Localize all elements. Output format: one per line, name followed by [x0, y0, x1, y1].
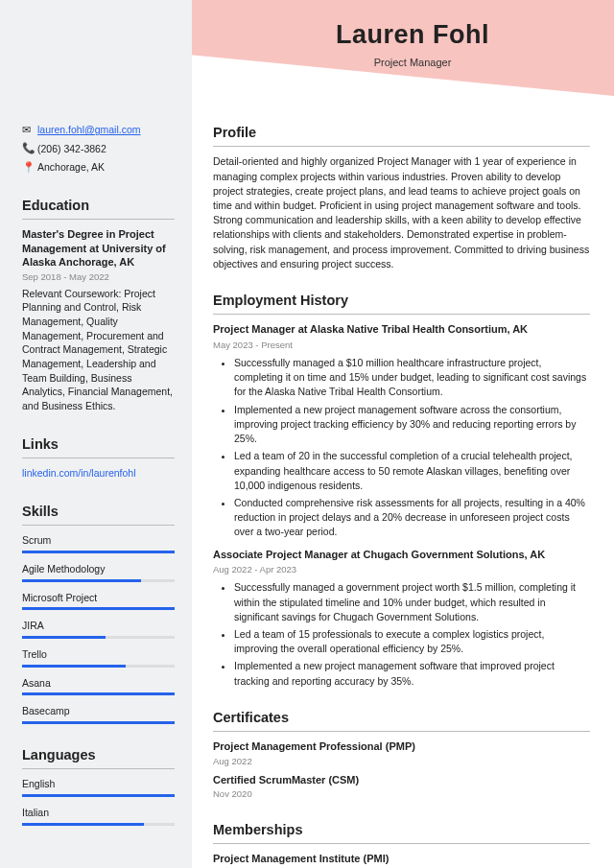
skill-item: Agile Methodology [22, 562, 175, 582]
skills-heading: Skills [22, 502, 175, 521]
skill-name: Microsoft Project [22, 591, 175, 605]
main-content: Profile Detail-oriented and highly organ… [192, 96, 614, 868]
certificate-entry: Project Management Professional (PMP)Aug… [213, 739, 590, 767]
job-dates: May 2023 - Present [213, 339, 590, 351]
divider [213, 314, 590, 315]
divider [22, 525, 175, 526]
divider [22, 219, 175, 220]
phone-text: (206) 342-3862 [37, 142, 106, 156]
skill-name: Trello [22, 647, 175, 662]
contact-location: 📍 Anchorage, AK [22, 160, 175, 175]
divider [22, 768, 175, 769]
divider [213, 731, 590, 732]
language-bar [22, 794, 175, 797]
education-dates: Sep 2018 - May 2022 [22, 270, 175, 283]
sidebar: ✉ lauren.fohl@gmail.com 📞 (206) 342-3862… [0, 0, 192, 868]
employment-heading: Employment History [213, 291, 590, 310]
job-bullet: Led a team of 15 professionals to execut… [234, 627, 590, 656]
language-item: Italian [22, 806, 175, 826]
language-name: English [22, 777, 175, 791]
location-text: Anchorage, AK [37, 160, 105, 175]
education-text: Relevant Coursework: Project Planning an… [22, 287, 175, 413]
education-heading: Education [22, 196, 175, 215]
skill-item: JIRA [22, 619, 175, 639]
email-icon: ✉ [22, 123, 37, 137]
job-bullets: Successfully managed a government projec… [213, 580, 590, 689]
education-degree: Master's Degree in Project Management at… [22, 227, 175, 269]
linkedin-link[interactable]: linkedin.com/in/laurenfohl [22, 467, 135, 479]
membership-entry: Project Management Institute (PMI) [213, 852, 590, 866]
skill-bar [22, 579, 175, 582]
divider [213, 146, 590, 147]
skill-item: Scrum [22, 533, 175, 553]
phone-icon: 📞 [22, 141, 37, 155]
language-name: Italian [22, 806, 175, 820]
job-bullet: Conducted comprehensive risk assessments… [234, 496, 590, 540]
divider [213, 843, 590, 844]
skill-bar [22, 551, 175, 553]
certificate-date: Aug 2022 [213, 755, 590, 767]
certificate-entry: Certified ScrumMaster (CSM)Nov 2020 [213, 773, 590, 801]
job-title: Project Manager at Alaska Native Tribal … [213, 322, 590, 337]
job-bullet: Implemented a new project management sof… [234, 403, 590, 447]
certificate-title: Project Management Professional (PMP) [213, 739, 590, 754]
skill-name: Scrum [22, 533, 175, 548]
email-link[interactable]: lauren.fohl@gmail.com [37, 123, 141, 137]
location-icon: 📍 [22, 160, 37, 175]
skill-item: Asana [22, 676, 175, 696]
links-heading: Links [22, 434, 175, 454]
language-item: English [22, 777, 175, 797]
languages-heading: Languages [22, 745, 175, 764]
language-bar [22, 823, 175, 826]
contact-phone: 📞 (206) 342-3862 [22, 141, 175, 155]
divider [22, 457, 175, 458]
skill-bar [22, 665, 175, 668]
skill-name: Agile Methodology [22, 562, 175, 576]
certificate-date: Nov 2020 [213, 787, 590, 800]
job-bullet: Implemented a new project management sof… [234, 659, 590, 688]
profile-text: Detail-oriented and highly organized Pro… [213, 154, 590, 271]
certificates-heading: Certificates [213, 708, 590, 727]
job-title: Project Manager [211, 56, 614, 70]
job-entry: Associate Project Manager at Chugach Gov… [213, 548, 590, 689]
contact-email: ✉ lauren.fohl@gmail.com [22, 123, 175, 137]
memberships-heading: Memberships [213, 820, 590, 839]
profile-heading: Profile [213, 123, 590, 142]
skill-name: Basecamp [22, 704, 175, 718]
skill-bar [22, 636, 175, 639]
skill-name: JIRA [22, 619, 175, 633]
job-entry: Project Manager at Alaska Native Tribal … [213, 322, 590, 539]
skill-item: Microsoft Project [22, 591, 175, 611]
skill-name: Asana [22, 676, 175, 691]
name: Lauren Fohl [211, 17, 614, 54]
skill-bar [22, 721, 175, 724]
skill-item: Trello [22, 647, 175, 668]
skill-bar [22, 607, 175, 610]
job-title: Associate Project Manager at Chugach Gov… [213, 548, 590, 562]
skill-item: Basecamp [22, 704, 175, 724]
skill-bar [22, 692, 175, 695]
job-bullet: Led a team of 20 in the successful compl… [234, 449, 590, 493]
job-bullet: Successfully managed a government projec… [234, 580, 590, 624]
job-bullet: Successfully managed a $10 million healt… [234, 356, 590, 400]
job-bullets: Successfully managed a $10 million healt… [213, 356, 590, 540]
certificate-title: Certified ScrumMaster (CSM) [213, 773, 590, 787]
job-dates: Aug 2022 - Apr 2023 [213, 563, 590, 575]
